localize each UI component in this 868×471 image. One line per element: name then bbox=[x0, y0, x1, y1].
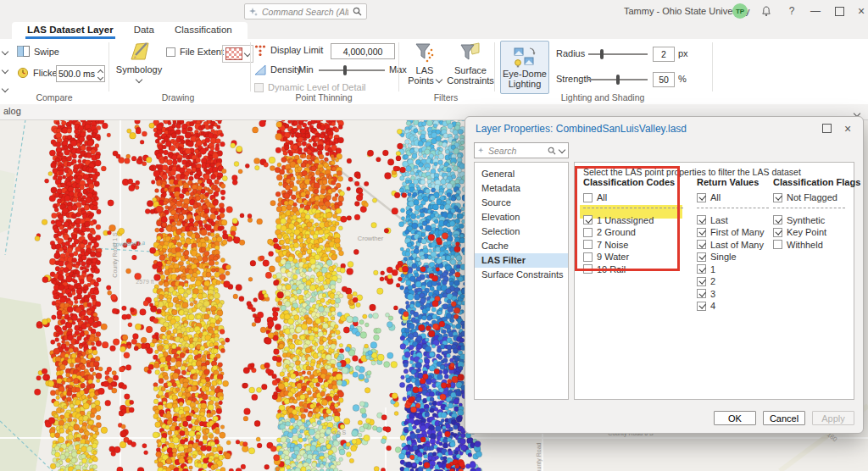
checkbox-row-return-1[interactable]: 1 bbox=[697, 263, 775, 276]
svg-text:County Road 1 S: County Road 1 S bbox=[112, 232, 119, 278]
tab-las-dataset-layer[interactable]: LAS Dataset Layer bbox=[17, 22, 124, 39]
checkbox-row-10-rail[interactable]: 10 Rail bbox=[583, 263, 692, 276]
checkbox-row-not-flagged[interactable]: Not Flagged bbox=[773, 191, 851, 204]
sparkle-icon bbox=[249, 8, 258, 16]
chevron-down-icon bbox=[436, 76, 442, 83]
checkbox-row-last[interactable]: Last bbox=[697, 214, 775, 227]
slider-handle[interactable] bbox=[616, 75, 620, 85]
svg-text:County Road: County Road bbox=[536, 442, 542, 471]
checkbox-row-7-noise[interactable]: 7 Noise bbox=[583, 239, 692, 252]
nav-item-las-filter[interactable]: LAS Filter bbox=[475, 253, 568, 268]
swipe-button[interactable]: Swipe bbox=[17, 46, 59, 57]
flicker-button[interactable]: Flicker bbox=[17, 67, 60, 79]
tab-classification[interactable]: Classification bbox=[164, 22, 242, 39]
chevron-down-icon bbox=[559, 146, 565, 152]
sparkle-icon bbox=[478, 147, 485, 154]
separator bbox=[773, 208, 845, 209]
checkbox-row-2-ground[interactable]: 2 Ground bbox=[583, 226, 692, 239]
dialog-search-box[interactable]: Search bbox=[474, 142, 569, 158]
extent-color-picker[interactable] bbox=[222, 45, 253, 63]
nav-item-elevation[interactable]: Elevation bbox=[475, 210, 568, 224]
flicker-duration-input[interactable]: 500.0 ms bbox=[56, 65, 105, 82]
help-button[interactable]: ? bbox=[783, 4, 800, 18]
las-points-filter-icon bbox=[415, 42, 435, 64]
radius-value-input[interactable]: 2 bbox=[653, 47, 675, 62]
apply-button[interactable]: Apply bbox=[812, 411, 854, 425]
checkbox-row-withheld[interactable]: Withheld bbox=[773, 239, 851, 252]
tab-data[interactable]: Data bbox=[124, 22, 164, 39]
checkbox-row-1-unassigned[interactable]: 1 Unassigned bbox=[583, 214, 692, 227]
nav-item-source[interactable]: Source bbox=[475, 196, 568, 210]
strength-value-input[interactable]: 50 bbox=[653, 72, 675, 87]
symbology-button[interactable]: Symbology bbox=[117, 41, 161, 93]
checkbox-row-synthetic[interactable]: Synthetic bbox=[773, 214, 851, 227]
checkbox-row-last-of-many[interactable]: Last of Many bbox=[697, 239, 775, 252]
close-button[interactable]: × bbox=[853, 4, 868, 18]
checkbox-row-single[interactable]: Single bbox=[697, 251, 775, 263]
surface-constraints-button[interactable]: Surface Constraints bbox=[448, 42, 493, 92]
color-swatch bbox=[225, 47, 242, 60]
maximize-button[interactable] bbox=[831, 4, 848, 18]
checkbox bbox=[166, 47, 175, 57]
nav-item-general[interactable]: General bbox=[475, 167, 568, 181]
eye-dome-lighting-toggle[interactable]: Eye-Dome Lighting bbox=[500, 41, 549, 94]
las-points-button[interactable]: LAS Points bbox=[405, 42, 444, 92]
nav-item-surface-constraints[interactable]: Surface Constraints bbox=[475, 268, 568, 282]
spinner-arrows[interactable] bbox=[98, 69, 103, 80]
nav-item-selection[interactable]: Selection bbox=[475, 224, 568, 239]
radius-label: Radius bbox=[556, 48, 585, 58]
checkbox-row-first-of-many[interactable]: First of Many bbox=[697, 226, 775, 239]
cancel-button[interactable]: Cancel bbox=[763, 411, 805, 425]
checkbox-row-return-4[interactable]: 4 bbox=[697, 300, 775, 313]
slider-handle[interactable] bbox=[343, 65, 347, 75]
ok-button[interactable]: OK bbox=[714, 411, 756, 425]
ribbon-tab-strip: LAS Dataset Layer Data Classification bbox=[12, 22, 248, 39]
slider-handle[interactable] bbox=[600, 49, 604, 59]
dynamic-lod-checkbox[interactable]: Dynamic Level of Detail bbox=[254, 82, 366, 92]
column-header: Classification Flags bbox=[773, 177, 851, 189]
surface-constraints-icon bbox=[460, 42, 481, 64]
group-separator bbox=[494, 42, 495, 91]
layer-properties-dialog: Layer Properties: CombinedSanLuisValley.… bbox=[465, 116, 864, 434]
avatar[interactable]: TP bbox=[732, 3, 748, 19]
collapsed-group-chevron[interactable] bbox=[3, 46, 8, 56]
classification-flags-column: Classification Flags Not Flagged Synthet… bbox=[773, 177, 851, 251]
dialog-maximize-button[interactable] bbox=[817, 121, 836, 136]
checkbox bbox=[254, 83, 264, 92]
symbology-icon bbox=[128, 41, 151, 62]
svg-text:2579 ft: 2579 ft bbox=[136, 279, 153, 285]
svg-text:d 6 S: d 6 S bbox=[332, 429, 347, 435]
checkbox-row-all[interactable]: All bbox=[697, 191, 775, 204]
collapsed-group-chevron[interactable] bbox=[3, 83, 8, 93]
swipe-icon bbox=[17, 46, 30, 57]
nav-item-metadata[interactable]: Metadata bbox=[475, 181, 568, 196]
notifications-bell-icon[interactable] bbox=[758, 4, 775, 18]
display-limit-input[interactable]: 4,000,000 bbox=[331, 43, 395, 59]
group-separator bbox=[398, 42, 399, 91]
window-titlebar: Command Search (Alt+Q) Tammy - Ohio Stat… bbox=[0, 0, 868, 22]
checkbox-row-return-2[interactable]: 2 bbox=[697, 275, 775, 288]
panel-description: Select the LAS point properties to filte… bbox=[583, 167, 801, 177]
command-search-placeholder: Command Search (Alt+Q) bbox=[262, 7, 348, 17]
dialog-search-placeholder: Search bbox=[488, 146, 544, 156]
collapsed-group-chevron[interactable] bbox=[3, 64, 8, 75]
flicker-clock-icon bbox=[17, 67, 29, 79]
file-extent-checkbox[interactable]: File Extent bbox=[166, 47, 224, 57]
dialog-close-button[interactable]: × bbox=[838, 121, 857, 136]
account-name[interactable]: Tammy - Ohio State University bbox=[624, 6, 750, 16]
nav-item-cache[interactable]: Cache bbox=[475, 239, 568, 253]
checkbox-row-9-water[interactable]: 9 Water bbox=[583, 251, 692, 263]
checkbox-row-key-point[interactable]: Key Point bbox=[773, 226, 851, 239]
command-search-box[interactable]: Command Search (Alt+Q) bbox=[244, 3, 367, 19]
search-icon bbox=[548, 147, 556, 155]
ribbon: Swipe Flicker 500.0 ms Compare Symbology bbox=[0, 39, 868, 105]
checkbox-row-return-3[interactable]: 3 bbox=[697, 288, 775, 301]
search-icon bbox=[353, 7, 362, 16]
radius-slider[interactable] bbox=[588, 49, 648, 59]
density-slider[interactable] bbox=[319, 65, 385, 75]
classification-codes-column: Classification Codes All 1 Unassigned 2 … bbox=[583, 177, 692, 275]
minimize-button[interactable]: — bbox=[807, 4, 824, 18]
checkbox-row[interactable]: All bbox=[583, 191, 692, 204]
strength-slider[interactable] bbox=[588, 75, 648, 85]
display-limit-control: Display Limit bbox=[254, 44, 323, 56]
